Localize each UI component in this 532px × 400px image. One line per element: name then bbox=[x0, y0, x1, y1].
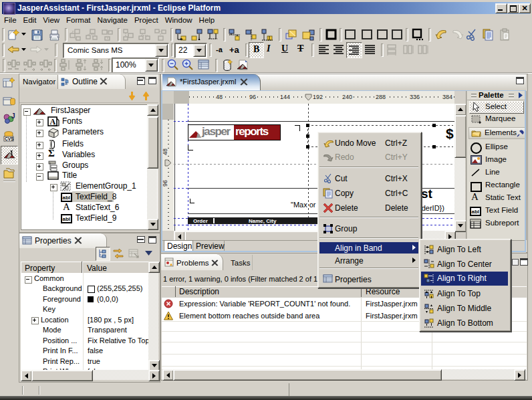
svg-text:A: A bbox=[49, 117, 55, 126]
svg-text:abl: abl bbox=[63, 195, 71, 201]
svg-text:J: J bbox=[11, 112, 15, 120]
svg-text:abl: abl bbox=[63, 216, 71, 222]
svg-text:CVS: CVS bbox=[5, 136, 14, 141]
svg-text:abl: abl bbox=[472, 209, 480, 215]
